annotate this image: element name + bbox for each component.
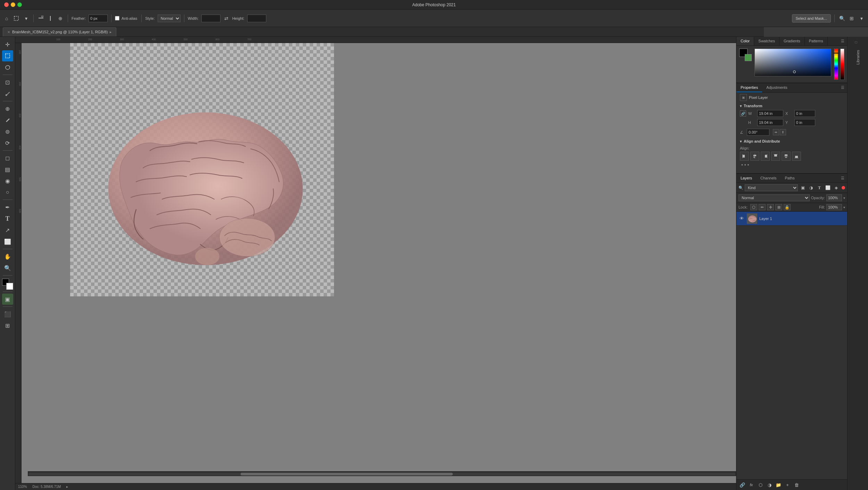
tab-close-x[interactable]: ✕ [7,30,10,34]
align-more-btn[interactable]: • • • [740,161,844,169]
layer-item[interactable]: 👁 Layer 1 [736,212,847,226]
minimize-button[interactable] [11,2,15,7]
lock-artboard-btn[interactable]: ⊞ [775,204,782,210]
fill-input[interactable] [826,204,842,210]
color-swatch[interactable] [2,279,13,290]
tab-paths[interactable]: Paths [781,174,799,183]
style-select[interactable]: Normal [158,15,181,22]
fill-chevron[interactable]: ▾ [843,205,845,209]
lock-transparent-btn[interactable]: ⬡ [750,204,757,210]
eyedropper-tool[interactable] [2,88,13,99]
layers-menu[interactable]: ☰ [838,174,847,183]
text-tool[interactable]: T [2,213,13,224]
background-color-swatch[interactable] [745,54,752,61]
width-transform-input[interactable] [757,110,783,117]
tab-swatches[interactable]: Swatches [754,37,779,45]
layer-kind-select[interactable]: Kind [745,184,798,191]
tab-adjustments[interactable]: Adjustments [762,83,792,92]
eraser-tool[interactable]: ◻ [2,152,13,163]
align-center-h-btn[interactable] [750,152,759,161]
link-wh-icon[interactable]: 🔗 [740,110,746,117]
home-icon[interactable]: ⌂ [3,15,10,22]
antialias-checkbox[interactable] [115,16,119,20]
brush-tool[interactable] [2,115,13,126]
lock-all-btn[interactable]: 🔒 [784,204,791,210]
canvas-document[interactable] [70,43,334,296]
move-tool[interactable]: ✛ [2,39,13,50]
spectrum-bar[interactable] [840,49,844,80]
single-col-icon[interactable] [47,15,55,22]
transform-section-header[interactable]: ▾ Transform [736,102,847,109]
blur-tool[interactable]: ◉ [2,175,13,186]
color-picker-dot[interactable] [793,70,796,73]
filter-smart-icon[interactable]: ◈ [833,184,840,191]
align-section-header[interactable]: ▾ Align and Distribute [736,138,847,145]
swap-wh-icon[interactable]: ⇄ [223,15,230,22]
history-brush-tool[interactable]: ⟳ [2,137,13,149]
libraries-label[interactable]: Libraries [856,47,860,67]
horizontal-scrollbar[interactable] [28,471,736,476]
flip-h-btn[interactable]: ⇔ [773,129,779,135]
background-color[interactable] [6,283,13,290]
quick-mask-tool[interactable]: ▣ [2,294,13,305]
angle-input[interactable] [747,129,769,136]
align-right-btn[interactable] [761,152,770,161]
flip-v-btn[interactable]: ⇕ [780,129,786,135]
dodge-tool[interactable]: ○ [2,187,13,198]
crop-tool[interactable]: ⊡ [2,77,13,88]
canvas-content[interactable] [22,43,736,483]
filter-shape-icon[interactable]: ⬜ [824,184,831,191]
mask-btn[interactable]: ⬡ [757,481,764,489]
tab-properties[interactable]: Properties [736,83,762,92]
align-bottom-btn[interactable] [792,152,801,161]
zoom-tool[interactable]: 🔍 [2,262,13,273]
document-tab[interactable]: ✕ BrainMesh_ICBM152_v2.png @ 110% (Layer… [3,27,116,36]
tab-color[interactable]: Color [736,37,754,45]
width-input[interactable] [201,15,220,22]
pen-tool[interactable]: ✒ [2,202,13,213]
search-icon[interactable]: 🔍 [838,15,846,22]
blend-mode-select[interactable]: Normal [738,194,810,201]
filter-text-icon[interactable]: T [816,184,823,191]
marquee-options-icon[interactable]: ▾ [22,15,30,22]
tab-channels[interactable]: Channels [756,174,781,183]
new-layer-btn[interactable]: + [784,481,791,489]
delete-layer-btn[interactable]: 🗑 [793,481,800,489]
x-transform-input[interactable] [794,110,815,117]
adjustment-btn[interactable]: ◑ [766,481,773,489]
close-button[interactable] [4,2,9,7]
status-arrow[interactable]: ▸ [66,485,68,489]
layer-visibility-eye[interactable]: 👁 [738,216,745,222]
scrollbar-track[interactable] [28,473,735,475]
gradient-tool[interactable]: ▤ [2,164,13,175]
selection-tool[interactable]: ↗ [2,225,13,236]
marquee-tool-icon[interactable] [12,15,20,22]
align-left-btn[interactable] [740,152,749,161]
opacity-chevron[interactable]: ▾ [843,196,845,200]
healing-tool[interactable]: ⊕ [2,103,13,114]
align-top-btn[interactable] [771,152,780,161]
lasso-tool[interactable] [2,62,13,73]
select-mask-button[interactable]: Select and Mask... [792,14,831,23]
opacity-input[interactable] [826,194,842,201]
feather-input[interactable] [89,15,108,22]
fx-btn[interactable]: fx [748,481,755,489]
hand-tool[interactable]: ✋ [2,251,13,262]
crosshair-icon[interactable]: ⊕ [57,15,64,22]
properties-menu[interactable]: ☰ [838,83,847,92]
filter-adj-icon[interactable]: ◑ [808,184,815,191]
tab-patterns[interactable]: Patterns [805,37,828,45]
tab-layers[interactable]: Layers [736,174,756,183]
lock-image-btn[interactable]: ✏ [759,204,766,210]
shape-tool[interactable]: ⬜ [2,236,13,247]
single-row-icon[interactable] [37,15,45,22]
arrange-tool[interactable]: ⊞ [2,320,13,331]
workspace-expand-icon[interactable]: ▾ [858,15,865,22]
scrollbar-thumb[interactable] [241,473,453,475]
folder-btn[interactable]: 📁 [775,481,782,489]
lock-position-btn[interactable]: ✛ [767,204,774,210]
stamp-tool[interactable]: ⊚ [2,126,13,137]
marquee-tool[interactable] [2,50,13,61]
y-transform-input[interactable] [794,119,815,126]
hue-bar[interactable] [834,49,838,80]
